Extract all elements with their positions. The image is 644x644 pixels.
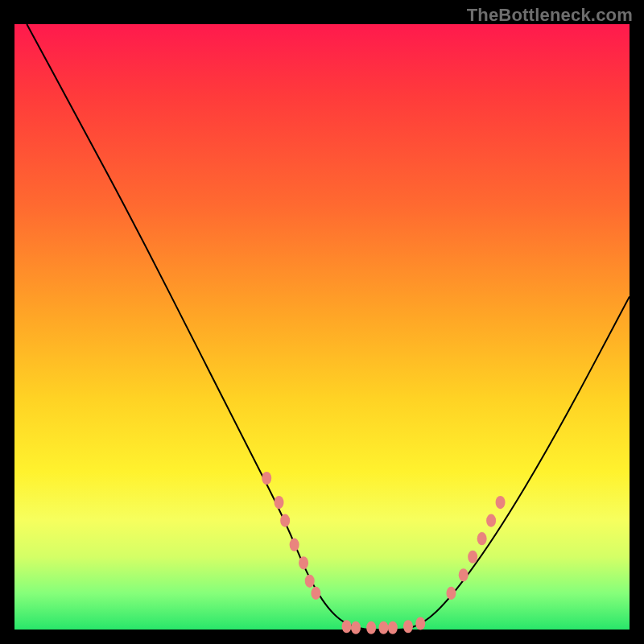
marker-dot bbox=[275, 496, 284, 509]
marker-dot bbox=[342, 620, 352, 633]
marker-dot bbox=[305, 575, 315, 588]
marker-dot bbox=[486, 514, 496, 527]
bottleneck-curve bbox=[27, 24, 630, 630]
marker-dot bbox=[311, 587, 320, 600]
marker-dot bbox=[403, 620, 413, 633]
plot-area bbox=[14, 24, 630, 630]
marker-dot bbox=[262, 472, 271, 485]
chart-frame: TheBottleneck.com bbox=[0, 0, 644, 644]
marker-dot bbox=[415, 617, 425, 630]
marker-dot bbox=[459, 568, 469, 581]
marker-dot bbox=[378, 621, 388, 634]
marker-dot bbox=[496, 496, 506, 509]
marker-dot bbox=[366, 621, 376, 634]
marker-dot bbox=[290, 539, 299, 551]
marker-dot bbox=[299, 556, 308, 569]
marker-dot bbox=[280, 514, 290, 527]
marker-dot bbox=[468, 551, 477, 564]
marker-dot bbox=[388, 621, 398, 634]
watermark-text: TheBottleneck.com bbox=[467, 5, 633, 26]
curve-layer bbox=[14, 24, 630, 630]
marker-dot bbox=[446, 587, 456, 600]
marker-dot bbox=[351, 621, 361, 634]
marker-dot bbox=[477, 532, 487, 545]
